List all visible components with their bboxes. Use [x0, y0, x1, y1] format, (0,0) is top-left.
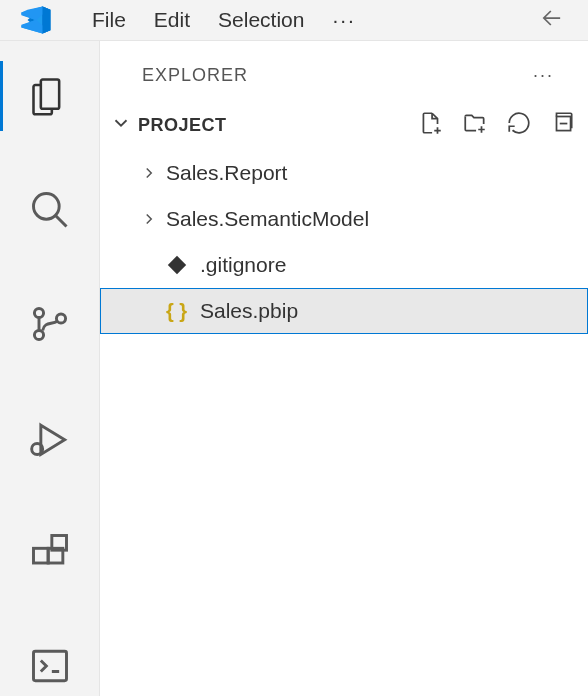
- chevron-down-icon: [110, 112, 132, 138]
- main-area: EXPLORER ··· PROJECT: [0, 41, 588, 696]
- activity-search[interactable]: [0, 171, 100, 249]
- project-section-actions: [418, 110, 576, 140]
- tree-item-label: Sales.SemanticModel: [166, 207, 369, 231]
- menu-bar: File Edit Selection ···: [80, 4, 534, 36]
- vscode-logo-icon: [18, 3, 52, 37]
- tree-file-gitignore[interactable]: .gitignore: [100, 242, 588, 288]
- json-file-icon: { }: [166, 300, 194, 323]
- explorer-more-actions[interactable]: ···: [533, 65, 554, 86]
- new-folder-button[interactable]: [462, 110, 488, 140]
- back-button[interactable]: [534, 0, 570, 40]
- titlebar: File Edit Selection ···: [0, 0, 588, 41]
- activity-extensions[interactable]: [0, 513, 100, 591]
- tree-file-sales-pbip[interactable]: { } Sales.pbip: [100, 288, 588, 334]
- menu-file[interactable]: File: [80, 4, 138, 36]
- file-tree: Sales.Report Sales.SemanticModel .gitign…: [100, 146, 588, 334]
- tree-folder-sales-report[interactable]: Sales.Report: [100, 150, 588, 196]
- menu-edit[interactable]: Edit: [142, 4, 202, 36]
- menu-overflow[interactable]: ···: [320, 4, 368, 36]
- svg-rect-5: [33, 548, 48, 563]
- new-file-button[interactable]: [418, 110, 444, 140]
- svg-point-0: [33, 194, 59, 220]
- activity-run-debug[interactable]: [0, 399, 100, 477]
- activity-source-control[interactable]: [0, 285, 100, 363]
- svg-point-3: [56, 314, 65, 323]
- refresh-button[interactable]: [506, 110, 532, 140]
- activity-explorer[interactable]: [0, 57, 100, 135]
- gitignore-file-icon: [166, 254, 194, 276]
- project-section-header[interactable]: PROJECT: [100, 104, 588, 146]
- tree-item-label: Sales.pbip: [200, 299, 298, 323]
- tree-item-label: Sales.Report: [166, 161, 287, 185]
- activity-bar: [0, 41, 100, 696]
- svg-rect-8: [33, 651, 66, 680]
- tree-folder-sales-semanticmodel[interactable]: Sales.SemanticModel: [100, 196, 588, 242]
- activity-terminal[interactable]: [0, 627, 100, 696]
- tree-item-label: .gitignore: [200, 253, 286, 277]
- menu-selection[interactable]: Selection: [206, 4, 316, 36]
- explorer-header: EXPLORER ···: [100, 61, 588, 104]
- chevron-right-icon: [140, 164, 158, 182]
- svg-point-1: [34, 308, 43, 317]
- svg-point-2: [34, 330, 43, 339]
- project-section-title: PROJECT: [138, 115, 418, 136]
- collapse-all-button[interactable]: [550, 110, 576, 140]
- chevron-right-icon: [140, 210, 158, 228]
- explorer-sidebar: EXPLORER ··· PROJECT: [100, 41, 588, 696]
- explorer-title: EXPLORER: [142, 65, 533, 86]
